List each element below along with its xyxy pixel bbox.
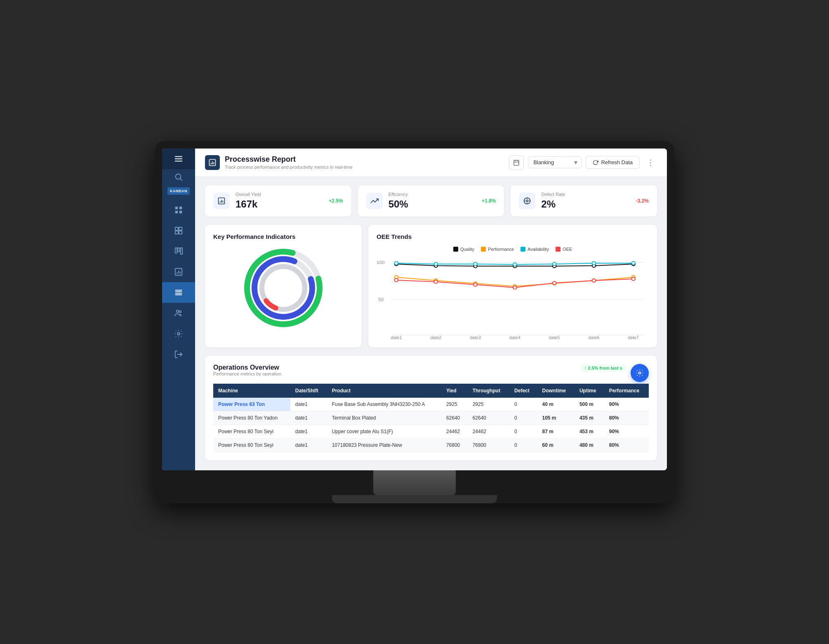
cell-date: date1 <box>290 438 327 452</box>
kpi-yield-info: Overall Yield 167k <box>236 192 323 210</box>
oee-chart-area: 100 50 date1 date2 date3 date4 <box>377 257 649 339</box>
col-machine: Machine <box>213 384 290 398</box>
oee-legend: Quality Performance Availability <box>377 247 649 252</box>
kpi-efficiency-label: Efficiency <box>389 192 476 197</box>
cell-date: date1 <box>290 411 327 425</box>
trending-icon <box>370 197 379 205</box>
svg-point-66 <box>592 279 596 282</box>
kpi-efficiency-value: 50% <box>389 198 476 210</box>
svg-rect-7 <box>175 231 178 234</box>
menu-icon[interactable] <box>174 154 183 163</box>
cell-product: 107180823 Pressure Plate-New <box>327 438 441 452</box>
sidebar-item-reports[interactable] <box>162 262 195 282</box>
svg-text:date1: date1 <box>391 335 402 339</box>
search-icon[interactable] <box>174 172 183 182</box>
sidebar-item-logout[interactable] <box>162 344 195 365</box>
more-options-button[interactable]: ⋮ <box>644 156 657 169</box>
cell-performance: 80% <box>604 438 649 452</box>
kpi-efficiency-change: +1.8% <box>482 198 496 204</box>
oee-legend-dot <box>556 247 561 252</box>
cell-yied: 76800 <box>441 438 468 452</box>
cell-yied: 62640 <box>441 411 468 425</box>
calendar-button[interactable] <box>509 155 524 170</box>
sidebar-item-grid[interactable] <box>162 220 195 241</box>
operations-badge: ↑ 2.5% from last s <box>580 364 626 372</box>
efficiency-icon-box <box>366 193 383 209</box>
middle-row: Key Performance Indicators <box>205 225 657 347</box>
cell-machine: Power Press 63 Ton <box>213 398 290 411</box>
cell-date: date1 <box>290 398 327 411</box>
availability-legend-label: Availability <box>528 247 549 252</box>
defect-icon-box <box>519 193 535 209</box>
cell-date: date1 <box>290 425 327 438</box>
cell-throughput: 24462 <box>468 425 509 438</box>
donut-chart-container <box>213 247 353 329</box>
operations-header: Operations Overview Performance metrics … <box>213 364 649 382</box>
table-body: Power Press 63 Ton date1 Fuse Base Sub A… <box>213 398 649 452</box>
table-row[interactable]: Power Press 63 Ton date1 Fuse Base Sub A… <box>213 398 649 411</box>
cell-product: Fuse Base Sub Assembly 3NH3230-250 A <box>327 398 441 411</box>
svg-point-56 <box>473 262 477 266</box>
kpi-yield-value: 167k <box>236 198 323 210</box>
svg-point-57 <box>513 263 517 266</box>
fab-settings-button[interactable] <box>631 364 649 382</box>
legend-availability: Availability <box>520 247 549 252</box>
sidebar-item-kanban[interactable] <box>162 241 195 262</box>
filter-dropdown[interactable]: Blanking Option 2 <box>528 156 582 168</box>
operations-title: Operations Overview <box>213 364 281 371</box>
svg-rect-2 <box>179 206 182 209</box>
svg-text:100: 100 <box>377 260 385 265</box>
svg-point-20 <box>526 200 528 202</box>
col-throughput: Throughput <box>468 384 509 398</box>
kpi-card-yield: Overall Yield 167k +2.5% <box>205 185 351 217</box>
svg-point-61 <box>395 278 398 282</box>
svg-text:date2: date2 <box>430 335 441 339</box>
svg-rect-1 <box>175 206 178 209</box>
monitor-stand <box>373 470 456 495</box>
kpi-cards-row: Overall Yield 167k +2.5% Efficiency <box>205 185 657 217</box>
page-icon <box>205 155 220 170</box>
col-product: Product <box>327 384 441 398</box>
col-uptime: Uptime <box>575 384 604 398</box>
legend-oee: OEE <box>556 247 572 252</box>
main-content: Processwise Report Track process perform… <box>195 149 667 470</box>
cell-throughput: 76800 <box>468 438 509 452</box>
quality-legend-label: Quality <box>460 247 474 252</box>
table-row[interactable]: Power Press 80 Ton Yadon date1 Terminal … <box>213 411 649 425</box>
svg-point-54 <box>395 262 398 265</box>
col-yied: Yied <box>441 384 468 398</box>
page-header-text: Processwise Report Track process perform… <box>225 155 353 170</box>
svg-point-14 <box>179 311 181 313</box>
sidebar-item-people[interactable] <box>162 303 195 323</box>
cell-yied: 24462 <box>441 425 468 438</box>
oee-trends-card: OEE Trends Quality Performance <box>368 225 657 347</box>
sidebar-item-dashboard[interactable] <box>162 200 195 220</box>
page-title: Processwise Report <box>225 155 353 164</box>
svg-text:date5: date5 <box>549 335 560 339</box>
kpi-card-defect: Defect Rate 2% -3.2% <box>511 185 657 217</box>
table-row[interactable]: Power Press 80 Ton Seyi date1 107180823 … <box>213 438 649 452</box>
svg-rect-10 <box>178 248 180 251</box>
table-row[interactable]: Power Press 80 Ton Seyi date1 Upper cove… <box>213 425 649 438</box>
kpi-yield-label: Overall Yield <box>236 192 323 197</box>
kpi-defect-label: Defect Rate <box>541 192 630 197</box>
sidebar: KANBAN <box>162 149 195 470</box>
cell-defect: 0 <box>509 398 537 411</box>
cell-machine: Power Press 80 Ton Seyi <box>213 425 290 438</box>
kpi-efficiency-info: Efficiency 50% <box>389 192 476 210</box>
svg-point-13 <box>177 310 179 312</box>
donut-chart <box>242 247 325 329</box>
cell-product: Terminal Box Plated <box>327 411 441 425</box>
svg-rect-5 <box>175 227 178 230</box>
cell-performance: 90% <box>604 398 649 411</box>
operations-table: Machine Date/Shift Product Yied Throughp… <box>213 384 649 452</box>
svg-point-55 <box>434 262 438 266</box>
cell-machine: Power Press 80 Ton Seyi <box>213 438 290 452</box>
cell-downtime: 105 m <box>537 411 575 425</box>
sidebar-item-list[interactable] <box>162 282 195 303</box>
sidebar-top <box>162 149 195 169</box>
kpi-defect-info: Defect Rate 2% <box>541 192 630 210</box>
refresh-button[interactable]: Refresh Data <box>586 156 640 169</box>
col-defect: Defect <box>509 384 537 398</box>
sidebar-item-settings[interactable] <box>162 323 195 344</box>
